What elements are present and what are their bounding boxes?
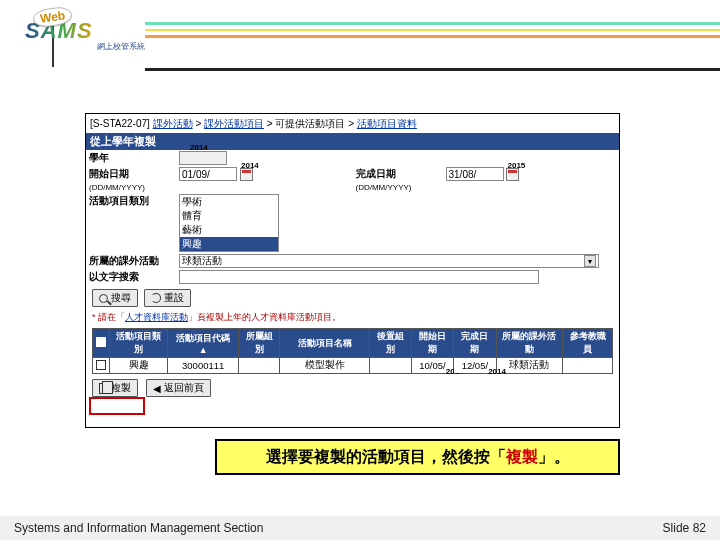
scope-label: 所屬的課外活動 — [86, 253, 176, 269]
cell-code: 30000111 — [168, 358, 239, 374]
col-pre: 所屬組別 — [239, 329, 280, 358]
results-table: 活動項目類別 活動項目代碼 ▲ 所屬組別 活動項目名稱 後置組別 開始日期 完成… — [92, 328, 613, 374]
select-all-checkbox[interactable] — [96, 337, 106, 347]
slide-header: Web SAMS 網上校管系統 — [0, 10, 720, 65]
copy-button[interactable]: 複製 — [92, 379, 138, 397]
scope-value: 球類活動 — [182, 254, 222, 268]
section-title: 從上學年複製 — [86, 133, 619, 150]
school-year-label: 學年 — [86, 150, 176, 166]
header-color-bands — [145, 22, 720, 42]
copy-icon — [99, 383, 108, 394]
crumb-0[interactable]: 課外活動 — [153, 118, 193, 129]
col-code[interactable]: 活動項目代碼 ▲ — [168, 329, 239, 358]
row-checkbox[interactable] — [96, 360, 106, 370]
col-post: 後置組別 — [370, 329, 411, 358]
scope-select[interactable]: 球類活動 ▾ — [179, 254, 599, 268]
footer-right: Slide 82 — [663, 521, 706, 535]
instruction-callout: 選擇要複製的活動項目，然後按「複製」。 — [215, 439, 620, 475]
school-year-select[interactable] — [179, 151, 227, 165]
page-code: [S-STA22-07] — [90, 118, 150, 129]
search-icon — [99, 294, 108, 303]
category-label: 活動項目類別 — [86, 193, 176, 253]
crumb-1[interactable]: 課外活動項目 — [204, 118, 264, 129]
cat-option-3[interactable]: 興趣 — [180, 237, 278, 251]
websams-logo: Web SAMS 網上校管系統 — [25, 18, 145, 60]
note-text: * 請在「人才資料庫活動」頁複製上年的人才資料庫活動項目。 — [92, 311, 613, 324]
cat-option-4[interactable]: 全校參與計劃 — [180, 251, 278, 252]
cell-cat: 興趣 — [110, 358, 168, 374]
cat-option-2[interactable]: 藝術 — [180, 223, 278, 237]
cell-staff — [563, 358, 613, 374]
note-link[interactable]: 人才資料庫活動 — [125, 312, 188, 322]
chevron-down-icon: ▾ — [584, 255, 596, 267]
col-cat: 活動項目類別 — [110, 329, 168, 358]
crumb-3[interactable]: 活動項目資料 — [357, 118, 417, 129]
search-button[interactable]: 搜尋 — [92, 289, 138, 307]
crumb-2: 可提供活動項目 — [275, 118, 345, 129]
col-start: 開始日期 — [411, 329, 453, 358]
breadcrumb: [S-STA22-07] 課外活動 > 課外活動項目 > 可提供活動項目 > 活… — [86, 114, 619, 133]
calendar-icon[interactable] — [240, 168, 253, 181]
cell-end: 12/05/2014 — [454, 358, 496, 374]
cell-start: 10/05/2014 — [411, 358, 453, 374]
cell-pre — [239, 358, 280, 374]
end-date-label: 完成日期 (DD/MM/YYYY) — [353, 166, 443, 193]
cell-name: 模型製作 — [280, 358, 370, 374]
text-search-label: 以文字搜索 — [86, 269, 176, 285]
slide-footer: Systems and Information Management Secti… — [0, 516, 720, 540]
back-icon: ◀ — [153, 383, 161, 394]
search-form: 學年 2014 開始日期 (DD/MM/YYYY) 2014 完成日期 — [86, 150, 619, 285]
table-row: 興趣 30000111 模型製作 10/05/2014 12/05/2014 球… — [93, 358, 613, 374]
cat-option-0[interactable]: 學術 — [180, 195, 278, 209]
end-date-input[interactable] — [446, 167, 504, 181]
col-end: 完成日期 — [454, 329, 496, 358]
start-date-input[interactable] — [179, 167, 237, 181]
col-staff: 參考教職員 — [563, 329, 613, 358]
cat-option-1[interactable]: 體育 — [180, 209, 278, 223]
footer-left: Systems and Information Management Secti… — [14, 521, 263, 535]
col-name: 活動項目名稱 — [280, 329, 370, 358]
header-rule — [145, 68, 720, 71]
school-year-value: 2014 — [190, 143, 208, 152]
start-date-label: 開始日期 (DD/MM/YYYY) — [86, 166, 176, 193]
category-listbox[interactable]: 學術 體育 藝術 興趣 全校參與計劃 — [179, 194, 279, 252]
back-button[interactable]: ◀返回前頁 — [146, 379, 211, 397]
text-search-input[interactable] — [179, 270, 539, 284]
app-screenshot: [S-STA22-07] 課外活動 > 課外活動項目 > 可提供活動項目 > 活… — [85, 113, 620, 428]
col-scope: 所屬的課外活動 — [496, 329, 563, 358]
calendar-icon[interactable] — [506, 168, 519, 181]
cell-scope: 球類活動 — [496, 358, 563, 374]
reset-button[interactable]: 重設 — [144, 289, 191, 307]
cell-post — [370, 358, 411, 374]
reset-icon — [151, 293, 161, 303]
